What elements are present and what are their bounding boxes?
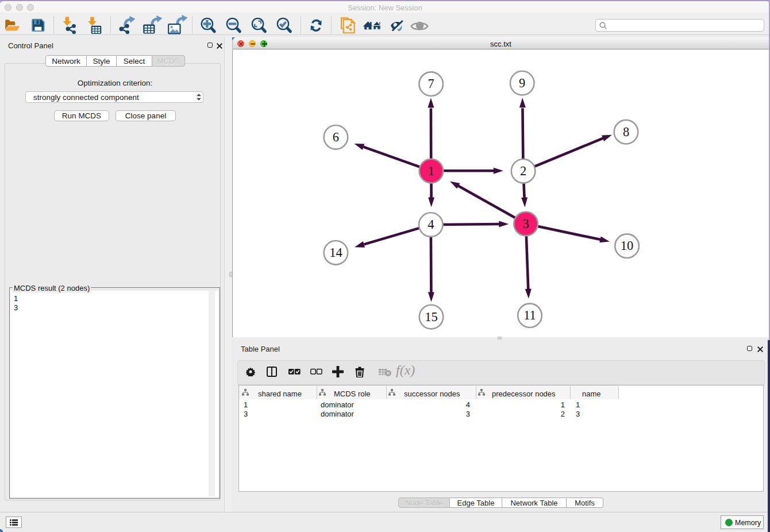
svg-text:2: 2 bbox=[520, 164, 526, 178]
svg-text:9: 9 bbox=[519, 76, 525, 90]
svg-text:4: 4 bbox=[428, 217, 434, 232]
svg-text:6: 6 bbox=[333, 130, 339, 144]
svg-text:14: 14 bbox=[329, 245, 342, 260]
svg-text:8: 8 bbox=[623, 125, 629, 139]
svg-text:3: 3 bbox=[522, 217, 529, 231]
svg-text:10: 10 bbox=[621, 238, 634, 253]
svg-text:1: 1 bbox=[428, 164, 434, 178]
svg-text:15: 15 bbox=[425, 310, 438, 324]
svg-text:11: 11 bbox=[523, 308, 536, 322]
svg-text:7: 7 bbox=[428, 76, 434, 91]
